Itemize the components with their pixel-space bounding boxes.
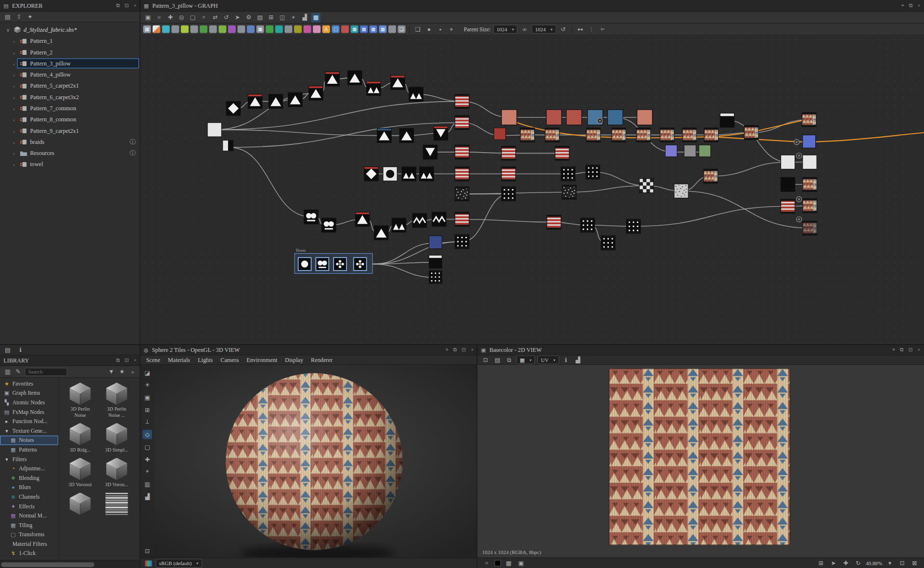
graph-node[interactable] <box>674 184 688 198</box>
panel-icon[interactable]: ▤ <box>255 13 265 22</box>
more-icon[interactable]: » <box>128 367 138 376</box>
graph-node[interactable] <box>501 167 515 181</box>
graph-node[interactable] <box>781 178 795 192</box>
graph-node[interactable] <box>640 179 654 193</box>
graph-node[interactable] <box>607 110 623 125</box>
camera-icon[interactable]: ▣ <box>142 393 152 402</box>
tree-root[interactable]: ∨d_Stylized_fabric.sbs* <box>0 24 140 35</box>
panel-icon[interactable]: ▤ <box>3 345 13 355</box>
graph-node[interactable] <box>682 128 696 142</box>
chevron-right-icon[interactable]: › <box>11 161 17 167</box>
graph-node[interactable] <box>545 128 559 142</box>
menu-scene[interactable]: Scene <box>146 357 160 363</box>
graph-node[interactable] <box>364 167 378 181</box>
graph-node[interactable] <box>248 94 262 108</box>
dock-icon[interactable]: ⊡ <box>125 357 129 363</box>
link-icon[interactable]: ✦ <box>26 12 35 22</box>
menu-lights[interactable]: Lights <box>198 357 213 363</box>
graph-node[interactable] <box>665 145 677 156</box>
graph-node[interactable] <box>269 94 282 108</box>
library-category-graph-items[interactable]: ▣Graph Items <box>0 388 58 398</box>
chevron-down-icon[interactable]: ∨ <box>5 27 11 33</box>
library-category-adjustme-[interactable]: ◔Adjustme... <box>0 464 58 474</box>
tile-node[interactable] <box>266 26 273 33</box>
library-thumbnail[interactable]: 3D Ridg... <box>65 423 95 453</box>
normal-node[interactable] <box>247 26 255 33</box>
graph-node[interactable] <box>399 129 413 142</box>
graph-node[interactable] <box>347 71 361 85</box>
size-select[interactable]: 1024▾ <box>532 25 556 33</box>
grid-node[interactable]: ▦ <box>257 26 264 33</box>
filter-icon[interactable]: ▼ <box>107 367 116 376</box>
tree-item-body[interactable]: Pattern_3_pillow <box>17 58 139 68</box>
sidebar-item-pattern_7_common[interactable]: ›Pattern_7_common <box>0 103 140 114</box>
grid-icon[interactable]: ▦ <box>311 13 321 22</box>
library-thumbnail[interactable]: 3D Voron... <box>102 458 131 488</box>
focus-icon[interactable]: ◎ <box>177 13 186 22</box>
library-thumbnail[interactable]: 3D Voronoi <box>65 458 95 488</box>
emboss-node[interactable] <box>237 26 245 33</box>
float-icon[interactable]: ⧉ <box>116 357 120 363</box>
tree-item-body[interactable]: Pattern_4_pillow <box>17 69 139 79</box>
graph-node[interactable] <box>420 167 434 181</box>
graph-node[interactable] <box>455 145 469 159</box>
pointer-icon[interactable]: ➤ <box>829 558 838 568</box>
graph-node[interactable] <box>392 218 406 232</box>
graph-wire-active[interactable] <box>808 133 924 142</box>
save-icon[interactable]: ▤ <box>493 355 502 365</box>
graph-wire[interactable] <box>372 243 436 264</box>
sidebar-item-pattern_8_common[interactable]: ›Pattern_8_common <box>0 114 140 125</box>
translate-icon[interactable]: ✚ <box>142 454 152 464</box>
node-output-port[interactable] <box>794 140 799 145</box>
tree-item-body[interactable]: Resources <box>17 148 128 158</box>
graph-node[interactable] <box>207 123 221 137</box>
graph-node[interactable] <box>803 199 817 213</box>
list-icon[interactable]: ≡ <box>199 13 209 22</box>
graph-node[interactable] <box>325 72 339 86</box>
graph-node[interactable] <box>699 145 710 156</box>
warp-node[interactable] <box>218 26 226 33</box>
node-output-port[interactable] <box>796 217 802 222</box>
fit-icon[interactable]: ⊡ <box>481 355 490 365</box>
sidebar-item-pattern_3_pillow[interactable]: ›Pattern_3_pillow <box>0 58 140 69</box>
graph-wire[interactable] <box>230 147 311 217</box>
search-input[interactable] <box>25 367 67 375</box>
graph-node[interactable] <box>704 128 718 142</box>
library-thumbnail[interactable] <box>102 492 131 522</box>
invert-node[interactable] <box>341 26 349 33</box>
graph-node[interactable] <box>429 255 442 268</box>
uv-select[interactable]: UV▾ <box>538 355 559 364</box>
graph-node[interactable] <box>546 110 562 125</box>
export-icon[interactable]: ⇧ <box>14 12 24 22</box>
split-icon[interactable]: ◫ <box>278 13 287 22</box>
sidebar-item-pattern_2[interactable]: ›Pattern_2 <box>0 47 140 58</box>
graph-node[interactable] <box>803 135 816 148</box>
pin-icon[interactable]: ⌖ <box>892 347 895 353</box>
graph-node[interactable] <box>288 92 302 106</box>
marquee-icon[interactable]: ▢ <box>188 13 198 22</box>
comment-icon[interactable]: ❑ <box>413 25 423 34</box>
snap-icon[interactable]: ⊞ <box>266 13 276 22</box>
graph-node[interactable] <box>423 145 437 159</box>
comment-node[interactable]: ❑ <box>398 26 406 33</box>
graph-node[interactable] <box>494 128 505 140</box>
graph-node[interactable] <box>562 185 576 199</box>
tree-item-body[interactable]: braids <box>17 137 128 147</box>
chevron-right-icon[interactable]: › <box>11 105 17 111</box>
colorspace-select[interactable]: sRGB (default)▾ <box>155 559 202 568</box>
graph-node[interactable] <box>367 81 381 95</box>
graph-node[interactable] <box>455 234 469 248</box>
uniform-color-node[interactable] <box>153 26 160 33</box>
menu-camera[interactable]: Camera <box>220 357 239 363</box>
graph-node[interactable] <box>501 110 517 125</box>
tree-root-label[interactable]: d_Stylized_fabric.sbs* <box>11 25 139 35</box>
chevron-icon[interactable]: ▸ <box>3 418 10 424</box>
library-category-atomic-nodes[interactable]: ▚Atomic Nodes <box>0 398 58 408</box>
library-thumbnail[interactable] <box>65 492 95 522</box>
display-icon[interactable]: ◪ <box>142 368 152 377</box>
library-category-texture-gene-[interactable]: ▾Texture Gene... <box>0 426 58 436</box>
info-icon[interactable]: ⓘ <box>129 138 135 146</box>
info-icon[interactable]: ⓘ <box>129 149 135 157</box>
library-category-effects[interactable]: ✦Effects <box>0 502 58 511</box>
background-select[interactable]: ▦▾ <box>516 355 535 364</box>
